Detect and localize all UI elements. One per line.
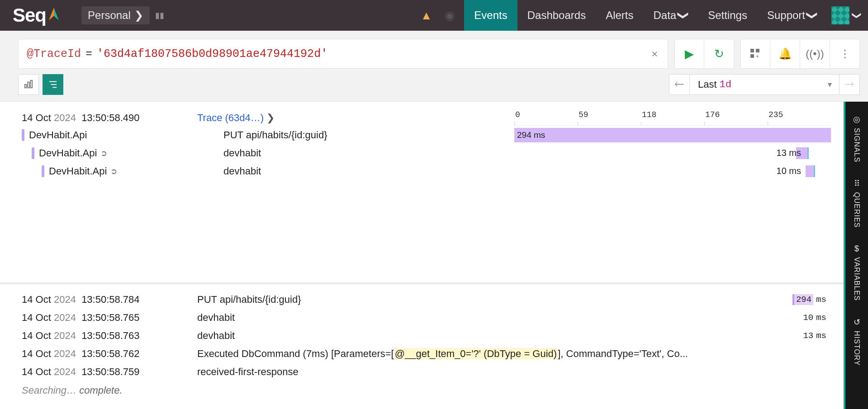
gantt-bar: 294 ms xyxy=(514,128,831,142)
chevron-down-icon: ❯ xyxy=(806,11,819,20)
span-gantt: 294 ms xyxy=(514,128,831,142)
nav-settings-label: Settings xyxy=(708,9,747,22)
query-toolbar: @TraceId = '63d4af1807586b0d98901ae47944… xyxy=(0,31,868,102)
trace-timestamp: 14 Oct 2024 13:50:58.490 xyxy=(22,112,171,124)
history-icon: ↺ xyxy=(854,317,860,327)
span-gantt: 10 ms xyxy=(514,164,831,179)
time-range-unit: 1d xyxy=(720,79,731,90)
stream-button[interactable]: ((•)) xyxy=(800,39,830,69)
span-service: DevHabit.Api xyxy=(22,129,198,141)
trace-span-row[interactable]: DevHabit.Api➲devhabit13 ms xyxy=(22,144,831,162)
warning-icon[interactable]: ▲ xyxy=(421,9,432,23)
rail-queries-label: QUERIES xyxy=(853,192,861,228)
gantt-bar xyxy=(806,165,815,177)
log-row[interactable]: 14 Oct 2024 13:50:58.763devhabit13ms xyxy=(22,327,831,345)
auto-refresh-button[interactable]: ↻ xyxy=(704,39,734,69)
rail-variables-label: VARIABLES xyxy=(853,257,861,301)
variables-icon: $ xyxy=(854,244,859,254)
log-message: Executed DbCommand (7ms) [Parameters=[@_… xyxy=(171,348,797,360)
list-view-toggle[interactable] xyxy=(43,74,63,95)
more-menu-button[interactable]: ⋮ xyxy=(830,39,860,69)
log-timestamp: 14 Oct 2024 13:50:58.762 xyxy=(22,348,171,360)
query-input[interactable]: @TraceId = '63d4af1807586b0d98901ae47944… xyxy=(18,39,668,69)
log-duration-chip: 294ms xyxy=(792,295,826,305)
timeline-ruler: 059118176235 xyxy=(514,110,831,126)
span-color-bar xyxy=(42,165,44,177)
ruler-tick: 235 xyxy=(768,110,831,125)
ruler-tick: 118 xyxy=(641,110,704,125)
workspace-selector[interactable]: Personal ❯ xyxy=(81,6,150,24)
span-color-bar xyxy=(32,147,34,159)
span-color-bar xyxy=(22,129,24,141)
alert-button[interactable]: 🔔 xyxy=(770,39,800,69)
pin-icon[interactable]: ▮▮ xyxy=(155,10,164,20)
theme-toggle-icon[interactable]: ◉ xyxy=(445,9,455,23)
rail-signals-label: SIGNALS xyxy=(853,128,861,162)
signals-icon: ◎ xyxy=(853,114,860,124)
chevron-down-icon: ❯ xyxy=(134,9,143,22)
rail-variables[interactable]: $ VARIABLES xyxy=(853,236,861,309)
range-next-button[interactable]: 🡒 xyxy=(839,74,860,95)
span-service: DevHabit.Api➲ xyxy=(22,165,198,177)
query-value: '63d4af1807586b0d98901ae47944192d' xyxy=(97,47,327,61)
rail-signals[interactable]: ◎ SIGNALS xyxy=(853,106,861,170)
log-timestamp: 14 Oct 2024 13:50:58.784 xyxy=(22,294,171,306)
nav-dashboards-label: Dashboards xyxy=(527,9,586,22)
ruler-tick: 176 xyxy=(704,110,768,125)
log-row[interactable]: 14 Oct 2024 13:50:58.759received-first-r… xyxy=(22,363,831,381)
ts-year: 2024 xyxy=(54,112,76,123)
outgoing-icon: ➲ xyxy=(100,148,107,158)
svg-marker-0 xyxy=(49,8,54,20)
nav-data[interactable]: Data❯ xyxy=(644,0,698,31)
nav-support-label: Support xyxy=(767,9,805,22)
service-name-label: DevHabit.Api xyxy=(29,129,87,141)
user-menu-caret-icon[interactable]: ❯ xyxy=(852,12,863,19)
log-panel: 14 Oct 2024 13:50:58.784PUT api/habits/{… xyxy=(0,284,844,409)
main-nav: Events Dashboards Alerts Data❯ Settings … xyxy=(464,0,827,31)
log-timestamp: 14 Oct 2024 13:50:58.763 xyxy=(22,330,171,342)
svg-rect-6 xyxy=(25,85,27,88)
chevron-down-icon: ❯ xyxy=(266,112,275,124)
logo-mark-icon xyxy=(49,8,59,23)
trace-span-row[interactable]: DevHabit.Api➲devhabit10 ms xyxy=(22,162,831,180)
log-row[interactable]: 14 Oct 2024 13:50:58.762Executed DbComma… xyxy=(22,345,831,363)
avatar[interactable] xyxy=(831,6,849,24)
ruler-tick: 59 xyxy=(578,110,641,125)
rail-queries[interactable]: ⠿ QUERIES xyxy=(853,170,861,236)
nav-data-label: Data xyxy=(654,9,677,22)
trace-id-text: Trace (63d4…) xyxy=(197,112,264,124)
gantt-duration-label: 10 ms xyxy=(777,166,801,176)
nav-alerts[interactable]: Alerts xyxy=(596,0,643,31)
range-prev-button[interactable]: 🡐 xyxy=(669,74,690,95)
trace-span-row[interactable]: DevHabit.ApiPUT api/habits/{id:guid}294 … xyxy=(22,126,831,144)
query-operator: = xyxy=(85,47,92,61)
add-panel-button[interactable]: + xyxy=(740,39,770,69)
rail-history[interactable]: ↺ HISTORY xyxy=(853,309,861,374)
log-row[interactable]: 14 Oct 2024 13:50:58.765devhabit10ms xyxy=(22,309,831,327)
svg-text:+: + xyxy=(756,53,759,59)
time-range-selector[interactable]: Last 1d ▾ xyxy=(690,74,839,95)
nav-events[interactable]: Events xyxy=(464,0,517,31)
service-name-label: DevHabit.Api xyxy=(39,147,97,159)
log-timestamp: 14 Oct 2024 13:50:58.759 xyxy=(22,366,171,378)
svg-rect-2 xyxy=(750,49,754,52)
nav-settings[interactable]: Settings xyxy=(698,0,757,31)
svg-marker-1 xyxy=(54,8,59,20)
span-operation: devhabit xyxy=(198,147,514,159)
search-status: Searching… complete. xyxy=(22,385,831,396)
log-row[interactable]: 14 Oct 2024 13:50:58.784PUT api/habits/{… xyxy=(22,291,831,309)
db-param-highlight: @__get_Item_0='?' (DbType = Guid) xyxy=(394,348,558,359)
log-duration-chip: 13ms xyxy=(797,331,826,341)
nav-alerts-label: Alerts xyxy=(606,9,633,22)
run-query-button[interactable]: ▶ xyxy=(674,39,704,69)
span-operation: PUT api/habits/{id:guid} xyxy=(198,129,514,141)
nav-support[interactable]: Support❯ xyxy=(757,0,827,31)
log-message: devhabit xyxy=(171,312,797,324)
gantt-duration-label: 13 ms xyxy=(777,148,801,158)
svg-rect-3 xyxy=(756,49,759,52)
nav-dashboards[interactable]: Dashboards xyxy=(517,0,596,31)
trace-id-link[interactable]: Trace (63d4…) ❯ xyxy=(197,112,275,124)
chart-view-toggle[interactable] xyxy=(18,74,39,95)
svg-rect-8 xyxy=(31,80,33,88)
clear-query-button[interactable]: ✕ xyxy=(648,46,661,62)
